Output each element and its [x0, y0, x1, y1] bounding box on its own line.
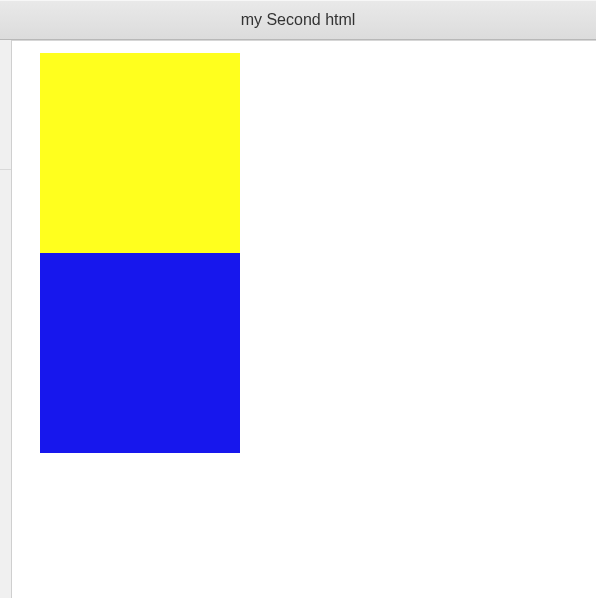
left-gutter	[0, 40, 12, 598]
window-title: my Second html	[241, 11, 356, 29]
yellow-block	[40, 53, 240, 253]
main-region	[0, 40, 596, 598]
gutter-divider	[0, 40, 11, 170]
blue-block	[40, 253, 240, 453]
window-titlebar[interactable]: my Second html	[0, 0, 596, 40]
page-content	[12, 40, 596, 598]
